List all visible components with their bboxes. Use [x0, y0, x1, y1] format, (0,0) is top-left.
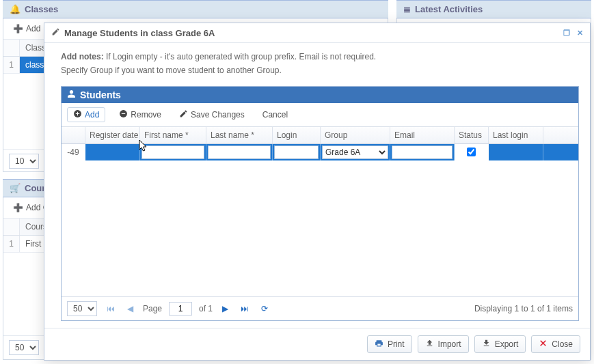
close-button[interactable]: Close — [531, 335, 580, 353]
col-email[interactable]: Email — [390, 127, 455, 143]
dialog-footer: Print Import Export Close — [44, 328, 590, 360]
group-select[interactable]: Grade 6A — [322, 145, 388, 159]
print-button[interactable]: Print — [367, 335, 412, 353]
email-input[interactable] — [392, 145, 453, 159]
download-icon — [482, 339, 491, 350]
save-label: Save Changes — [191, 110, 245, 120]
first-page-icon[interactable]: ⏮ — [104, 304, 118, 313]
close-x-icon — [539, 339, 548, 350]
book-icon: 🛒 — [10, 183, 21, 193]
save-button[interactable]: Save Changes — [175, 108, 249, 122]
export-button[interactable]: Export — [474, 335, 526, 353]
manage-students-dialog: Manage Students in class Grade 6A ❐ ✕ Ad… — [44, 23, 591, 361]
col-last-login[interactable]: Last login — [489, 127, 543, 143]
refresh-icon[interactable]: ⟳ — [258, 304, 271, 313]
notes-label: Add notes: — [61, 52, 104, 61]
latest-title: Latest Activities — [415, 4, 483, 14]
notes-text: Add notes: If Login empty - it's auto ge… — [61, 50, 579, 78]
maximize-icon[interactable]: ❐ — [563, 29, 570, 38]
remove-label: Remove — [131, 110, 161, 120]
rownum-head — [3, 40, 20, 56]
dialog-titlebar[interactable]: Manage Students in class Grade 6A ❐ ✕ — [44, 23, 590, 43]
classes-header: 🔔 Classes — [3, 0, 388, 18]
login-input[interactable] — [274, 145, 319, 159]
classes-add-button[interactable]: ➕ Add — [9, 23, 44, 35]
classes-page-size[interactable]: 10 — [9, 154, 39, 169]
latest-header: ≣ Latest Activities — [396, 0, 591, 18]
status-checkbox[interactable] — [467, 148, 476, 156]
table-row[interactable]: -49 Grade 6A — [62, 144, 578, 160]
col-last-name[interactable]: Last name * — [206, 127, 273, 143]
students-grid-header: Register date First name * Last name * L… — [62, 127, 578, 144]
list-icon: ≣ — [403, 4, 411, 14]
close-icon[interactable]: ✕ — [577, 29, 583, 38]
user-icon — [67, 89, 76, 100]
plus-icon: ➕ — [13, 24, 23, 33]
students-panel: Students Add Remove — [61, 86, 579, 321]
display-info: Displaying 1 to 1 of 1 items — [474, 304, 573, 313]
students-title: Students — [80, 89, 121, 100]
bell-icon: 🔔 — [10, 4, 21, 14]
last-name-input[interactable] — [208, 145, 271, 159]
pencil-icon — [179, 109, 188, 120]
add-label: Add — [85, 110, 99, 120]
page-of: of 1 — [199, 304, 213, 313]
row-id: -49 — [62, 144, 85, 160]
page-input[interactable] — [169, 302, 192, 316]
first-name-input[interactable] — [141, 145, 204, 159]
courses-page-size[interactable]: 50 — [9, 340, 39, 355]
col-login[interactable]: Login — [273, 127, 321, 143]
col-group[interactable]: Group — [321, 127, 390, 143]
remove-button[interactable]: Remove — [115, 108, 165, 122]
cancel-button[interactable]: Cancel — [258, 109, 292, 121]
plus-circle-icon — [73, 109, 82, 120]
classes-add-label: Add — [26, 24, 40, 33]
minus-circle-icon — [119, 109, 128, 120]
page-size-select[interactable]: 50 — [67, 301, 97, 316]
dialog-title: Manage Students in class Grade 6A — [64, 28, 215, 38]
cancel-label: Cancel — [262, 110, 288, 120]
col-status[interactable]: Status — [455, 127, 489, 143]
prev-page-icon[interactable]: ◀ — [124, 304, 136, 313]
last-page-icon[interactable]: ⏭ — [238, 304, 252, 313]
grid-empty-area — [62, 160, 578, 296]
page-label: Page — [143, 304, 162, 313]
classes-title: Classes — [25, 4, 58, 14]
import-button[interactable]: Import — [418, 335, 469, 353]
upload-icon — [425, 339, 434, 350]
edit-icon — [51, 27, 60, 38]
rownum: 1 — [3, 57, 20, 73]
pager: 50 ⏮ ◀ Page of 1 ▶ ⏭ ⟳ Displaying 1 to 1… — [62, 296, 578, 320]
print-icon — [375, 339, 383, 350]
next-page-icon[interactable]: ▶ — [219, 304, 231, 313]
add-button[interactable]: Add — [67, 107, 105, 122]
col-register-date[interactable]: Register date — [85, 127, 140, 143]
col-first-name[interactable]: First name * — [140, 127, 206, 143]
plus-icon: ➕ — [13, 203, 23, 212]
students-header: Students — [62, 87, 578, 103]
